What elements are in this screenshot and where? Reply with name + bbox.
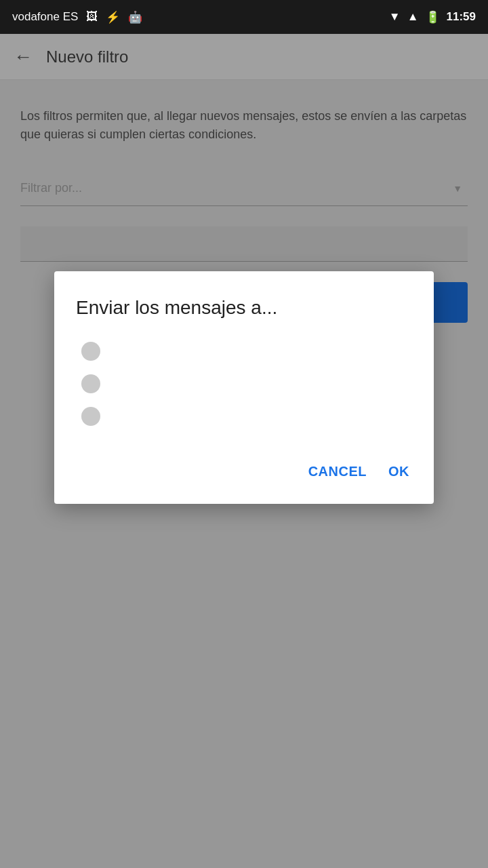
radio-item-1[interactable] <box>81 342 412 361</box>
radio-item-2[interactable] <box>81 374 412 393</box>
dialog: Enviar los mensajes a... CANCEL OK <box>54 271 434 504</box>
signal-icon: ▲ <box>407 10 419 24</box>
radio-button-1[interactable] <box>81 342 100 361</box>
image-icon: 🖼 <box>86 10 98 24</box>
radio-button-3[interactable] <box>81 407 100 426</box>
dialog-title: Enviar los mensajes a... <box>76 296 412 320</box>
radio-item-3[interactable] <box>81 407 412 426</box>
carrier-text: vodafone ES <box>12 10 78 24</box>
status-bar: vodafone ES 🖼 ⚡ 🤖 ▼ ▲ 🔋 11:59 <box>0 0 488 34</box>
radio-button-2[interactable] <box>81 374 100 393</box>
android-icon: 🤖 <box>128 10 142 24</box>
wifi-icon: ▼ <box>389 10 401 24</box>
radio-option-list <box>76 342 412 426</box>
battery-icon: 🔋 <box>426 10 440 24</box>
time-display: 11:59 <box>447 10 476 24</box>
usb-icon: ⚡ <box>106 10 120 24</box>
status-bar-right: ▼ ▲ 🔋 11:59 <box>389 10 476 24</box>
cancel-button[interactable]: CANCEL <box>308 458 367 485</box>
ok-button[interactable]: OK <box>388 458 409 485</box>
status-bar-left: vodafone ES 🖼 ⚡ 🤖 <box>12 10 142 24</box>
dialog-actions: CANCEL OK <box>76 458 412 485</box>
